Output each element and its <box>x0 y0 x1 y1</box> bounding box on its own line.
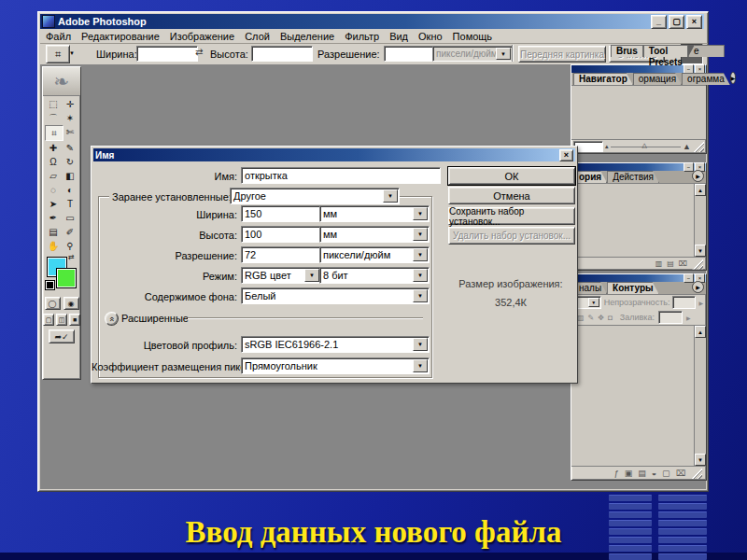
zoom-tool[interactable]: ⚲ <box>62 239 78 253</box>
tab-history[interactable]: ория <box>573 171 607 183</box>
dialog-title-bar[interactable]: Имя × <box>93 148 575 161</box>
lock-all-icon[interactable]: ◘ <box>608 314 613 322</box>
new-layer-icon[interactable]: ▢ <box>662 469 670 478</box>
default-colors-icon[interactable] <box>46 281 54 289</box>
blend-mode-dropdown[interactable]: ▼ <box>574 296 601 309</box>
quick-mask-mode-icon[interactable]: ◉ <box>63 297 79 310</box>
color-profile-dropdown[interactable]: sRGB IEC61966-2.1 ▼ <box>241 336 430 353</box>
tab-navigator[interactable]: Навигатор <box>573 73 633 85</box>
eraser-tool[interactable]: ▱ <box>45 169 62 183</box>
notes-tool[interactable]: ▤ <box>45 225 62 239</box>
tab-paths[interactable]: Контуры <box>607 282 658 294</box>
width-unit-dropdown[interactable]: мм ▼ <box>319 205 430 222</box>
mode-dropdown[interactable]: RGB цвет ▼ <box>241 267 321 284</box>
navigator-close-icon[interactable]: × <box>695 64 705 74</box>
save-preset-button[interactable]: Сохранить набор установок... <box>448 207 575 225</box>
tab-tool-presets[interactable]: Tool Presets <box>643 45 688 57</box>
depth-dropdown[interactable]: 8 бит ▼ <box>319 267 430 284</box>
menu-window[interactable]: Окно <box>418 30 443 43</box>
type-tool[interactable]: T <box>62 197 78 211</box>
menu-help[interactable]: Помощь <box>453 30 493 43</box>
background-contents-dropdown[interactable]: Белый ▼ <box>241 287 430 304</box>
history-resize-grip[interactable] <box>692 259 703 270</box>
magic-wand-tool[interactable]: ✶ <box>62 111 78 125</box>
lock-position-icon[interactable]: ✥ <box>598 314 604 322</box>
cancel-button[interactable]: Отмена <box>448 187 575 204</box>
options-width-input[interactable] <box>136 46 198 62</box>
navigator-panel-titlebar[interactable]: − × <box>571 65 706 73</box>
lasso-tool[interactable]: ⌒ <box>45 111 62 125</box>
tab-info[interactable]: ормация <box>633 73 682 85</box>
navigator-zoom-slider[interactable]: △ <box>611 147 682 147</box>
resolution-input[interactable]: 72 <box>241 246 321 263</box>
pixel-ratio-dropdown[interactable]: Прямоугольник ▼ <box>241 357 430 374</box>
new-document-from-state-icon[interactable]: ▥ <box>655 259 663 268</box>
height-unit-dropdown[interactable]: мм ▼ <box>319 226 430 243</box>
delete-preset-button[interactable]: Удалить набор установок... <box>448 227 575 245</box>
crop-tool[interactable]: ⌗ <box>45 125 63 141</box>
layers-panel-titlebar[interactable]: − × <box>571 274 706 282</box>
shape-tool[interactable]: ▭ <box>62 211 78 225</box>
fullscreen-menubar-icon[interactable]: ◫ <box>56 314 67 326</box>
jump-to-imageready-icon[interactable]: ➦✓ <box>49 329 75 343</box>
ok-button[interactable]: ОК <box>448 167 575 185</box>
history-brush-tool[interactable]: ↻ <box>62 155 78 169</box>
tool-preset-arrow-icon[interactable]: ▼ <box>69 50 75 56</box>
background-color-swatch[interactable] <box>56 268 77 288</box>
move-tool[interactable]: ✛ <box>62 97 78 111</box>
layers-scroll-down-icon[interactable]: ▼ <box>695 454 706 466</box>
delete-layer-icon[interactable]: ⌧ <box>676 469 685 478</box>
photoshop-feather-logo-icon[interactable]: ❧ <box>43 67 80 96</box>
layers-scroll-up-icon[interactable]: ▲ <box>695 326 706 338</box>
layers-menu-icon[interactable]: ▶ <box>692 281 704 293</box>
layers-resize-grip[interactable] <box>691 468 702 479</box>
history-scroll-down-icon[interactable]: ▼ <box>695 245 706 257</box>
swap-colors-icon[interactable]: ⇄ <box>68 253 75 261</box>
menu-edit[interactable]: Редактирование <box>81 30 160 43</box>
pen-tool[interactable]: ✒ <box>45 211 62 225</box>
front-image-button[interactable]: Передняя картинка <box>518 46 606 63</box>
blur-tool[interactable]: ◌ <box>45 183 62 197</box>
navigator-menu-icon[interactable]: ▶ <box>730 72 737 84</box>
advanced-expander-button[interactable]: « <box>105 312 119 326</box>
gradient-tool[interactable]: ◧ <box>62 169 78 183</box>
healing-brush-tool[interactable]: ✚ <box>45 141 62 155</box>
minimize-button-icon[interactable]: _ <box>651 15 667 29</box>
fill-input[interactable] <box>658 311 683 324</box>
opacity-arrow-icon[interactable]: ▶ <box>698 300 703 306</box>
layer-mask-icon[interactable]: ▣ <box>625 469 633 478</box>
eyedropper-tool[interactable]: ✐ <box>62 225 78 239</box>
name-input[interactable]: открытка <box>241 167 441 184</box>
tab-channels[interactable]: налы <box>573 282 607 294</box>
menu-file[interactable]: Файл <box>46 30 71 43</box>
navigator-resize-grip[interactable] <box>693 141 704 152</box>
tab-histogram[interactable]: ограмма <box>682 73 730 85</box>
height-input[interactable]: 100 <box>241 226 321 243</box>
rectangular-marquee-tool[interactable]: ⬚ <box>45 97 62 111</box>
navigator-minimize-icon[interactable]: − <box>684 64 694 74</box>
slice-tool[interactable]: ✄ <box>62 125 78 139</box>
layer-style-icon[interactable]: ƒ <box>614 469 619 478</box>
menu-filter[interactable]: Фильтр <box>345 30 379 43</box>
brush-tool[interactable]: ✎ <box>62 141 78 155</box>
window-title-bar[interactable]: Adobe Photoshop _ ▢ × <box>40 14 704 29</box>
fullscreen-icon[interactable]: ■ <box>69 314 80 326</box>
adjustment-layer-icon[interactable]: ◒ <box>652 469 656 478</box>
options-height-input[interactable] <box>251 46 313 62</box>
slider-thumb-icon[interactable]: △ <box>642 142 647 149</box>
history-panel-titlebar[interactable]: − × <box>571 163 706 171</box>
current-tool-preview[interactable]: ⌗ <box>46 45 70 63</box>
menu-layer[interactable]: Слой <box>245 30 270 43</box>
history-scrollbar[interactable]: ▲ ▼ <box>694 184 706 257</box>
fill-arrow-icon[interactable]: ▶ <box>686 315 691 321</box>
resolution-unit-dropdown[interactable]: пиксели/дюйм ▼ <box>319 246 430 263</box>
tab-layer-comps[interactable]: е слоев <box>688 45 725 57</box>
menu-image[interactable]: Изображение <box>170 30 234 43</box>
delete-state-icon[interactable]: ⌧ <box>679 259 687 268</box>
tab-actions[interactable]: Действия <box>607 171 659 183</box>
width-input[interactable]: 150 <box>241 205 321 222</box>
layers-scrollbar[interactable]: ▲ ▼ <box>694 326 706 466</box>
history-scroll-up-icon[interactable]: ▲ <box>695 184 706 196</box>
swap-dimensions-icon[interactable]: ⇄ <box>195 47 203 57</box>
dialog-close-icon[interactable]: × <box>559 149 573 161</box>
